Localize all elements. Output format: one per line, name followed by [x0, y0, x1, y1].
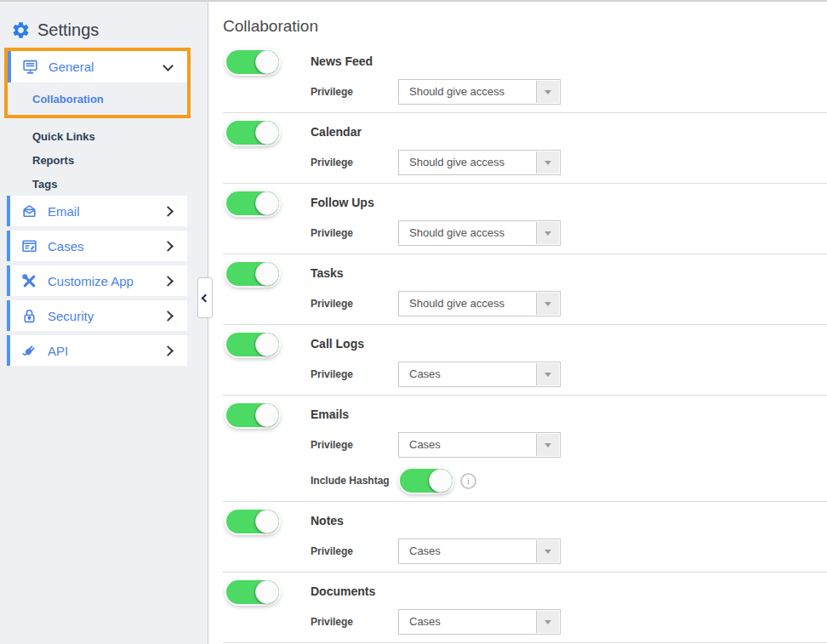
- info-icon[interactable]: i: [460, 473, 476, 489]
- dropdown-arrow-button[interactable]: [536, 293, 559, 315]
- chevron-right-icon: [163, 241, 174, 252]
- privilege-line: Privilege Cases: [311, 539, 827, 564]
- toggle-knob: [255, 121, 279, 145]
- feature-label: Call Logs: [311, 337, 827, 350]
- row-body: Notes Privilege Cases: [311, 510, 827, 564]
- toggle-knob: [255, 403, 279, 427]
- feature-label: Notes: [311, 514, 827, 527]
- sidebar-item-cases[interactable]: Cases: [7, 231, 187, 261]
- setting-row: Tasks Privilege Should give access: [223, 254, 827, 325]
- gear-icon: [11, 20, 31, 40]
- privilege-label: Privilege: [311, 368, 398, 380]
- sidebar-item-tags[interactable]: Tags: [0, 172, 208, 196]
- privilege-label: Privilege: [311, 545, 398, 557]
- row-body: Tasks Privilege Should give access: [311, 262, 827, 316]
- privilege-line: Privilege Should give access: [311, 150, 827, 175]
- feature-label: Calendar: [311, 125, 827, 139]
- lock-icon: [21, 308, 37, 324]
- sidebar-item-label: Security: [48, 309, 164, 323]
- setting-row: News Feed Privilege Should give access: [223, 43, 827, 113]
- toggle-column: [223, 333, 311, 387]
- sidebar-item-collaboration[interactable]: Collaboration: [8, 83, 187, 115]
- dropdown-arrow-button[interactable]: [536, 363, 559, 385]
- dropdown-arrow-button[interactable]: [536, 151, 559, 174]
- privilege-label: Privilege: [311, 157, 398, 168]
- toggle-knob: [255, 333, 279, 356]
- feature-toggle[interactable]: [226, 403, 279, 427]
- setting-row: Documents Privilege Cases: [223, 573, 827, 643]
- toggle-knob: [255, 191, 279, 215]
- privilege-dropdown[interactable]: Should give access: [398, 79, 561, 105]
- privilege-dropdown[interactable]: Should give access: [398, 150, 561, 175]
- privilege-dropdown[interactable]: Should give access: [398, 291, 561, 316]
- dropdown-arrow-button[interactable]: [536, 222, 559, 244]
- sidebar-item-label: General: [48, 60, 164, 74]
- feature-toggle[interactable]: [226, 510, 279, 533]
- caret-down-icon: [545, 161, 551, 165]
- privilege-dropdown[interactable]: Cases: [398, 539, 561, 564]
- chevron-right-icon: [163, 345, 174, 356]
- sidebar-item-quick-links[interactable]: Quick Links: [0, 124, 208, 148]
- sidebar-item-label: Email: [48, 204, 164, 219]
- dropdown-arrow-button[interactable]: [536, 540, 559, 562]
- settings-app: Settings General Collaboration: [0, 2, 827, 644]
- sidebar-item-customize-app[interactable]: Customize App: [7, 265, 187, 296]
- row-body: Follow Ups Privilege Should give access: [311, 191, 827, 246]
- toggle-knob: [255, 510, 279, 533]
- dropdown-arrow-button[interactable]: [536, 611, 559, 633]
- privilege-label: Privilege: [311, 227, 398, 239]
- feature-label: Tasks: [311, 266, 827, 280]
- include-hashtag-toggle[interactable]: [400, 469, 453, 493]
- privilege-line: Privilege Should give access: [311, 291, 827, 316]
- collaboration-panel: Collaboration News Feed Privilege Should…: [208, 2, 827, 644]
- caret-down-icon: [545, 443, 551, 447]
- include-hashtag-label: Include Hashtag: [311, 475, 398, 487]
- plug-icon: [21, 343, 37, 359]
- sidebar-collapse-button[interactable]: [197, 277, 213, 318]
- dropdown-arrow-button[interactable]: [536, 81, 559, 103]
- feature-label: Follow Ups: [311, 196, 827, 209]
- sidebar-header: Settings: [0, 2, 208, 45]
- settings-rows: News Feed Privilege Should give access C…: [223, 43, 827, 643]
- privilege-dropdown[interactable]: Cases: [398, 432, 561, 458]
- feature-toggle[interactable]: [226, 262, 279, 286]
- sidebar-item-general[interactable]: General: [8, 51, 187, 83]
- toggle-column: [223, 262, 311, 316]
- caret-down-icon: [545, 231, 551, 236]
- toggle-knob: [429, 469, 453, 493]
- row-body: Call Logs Privilege Cases: [311, 333, 827, 387]
- toggle-column: [223, 50, 311, 105]
- privilege-label: Privilege: [311, 86, 398, 98]
- setting-row: Calendar Privilege Should give access: [223, 113, 827, 184]
- toggle-knob: [255, 580, 279, 604]
- privilege-dropdown[interactable]: Cases: [398, 362, 561, 387]
- toggle-column: [223, 510, 311, 564]
- toggle-column: [223, 580, 311, 635]
- sidebar-item-api[interactable]: API: [7, 335, 187, 366]
- feature-label: Documents: [311, 584, 827, 598]
- privilege-label: Privilege: [311, 439, 398, 451]
- sidebar-item-label: Cases: [48, 239, 164, 254]
- sidebar-item-reports[interactable]: Reports: [0, 148, 208, 172]
- row-body: Emails Privilege Cases Include Hashtag i: [311, 403, 827, 493]
- feature-toggle[interactable]: [226, 50, 279, 74]
- feature-label: News Feed: [311, 54, 827, 68]
- setting-row: Notes Privilege Cases: [223, 502, 827, 573]
- sidebar-item-email[interactable]: Email: [7, 196, 187, 226]
- privilege-dropdown[interactable]: Should give access: [398, 220, 561, 246]
- chevron-right-icon: [163, 206, 174, 217]
- row-body: News Feed Privilege Should give access: [311, 50, 827, 105]
- row-body: Calendar Privilege Should give access: [311, 121, 827, 175]
- feature-toggle[interactable]: [226, 121, 279, 145]
- sidebar-item-security[interactable]: Security: [7, 300, 187, 331]
- toggle-knob: [255, 50, 279, 74]
- setting-row: Follow Ups Privilege Should give access: [223, 184, 827, 254]
- feature-toggle[interactable]: [226, 191, 279, 215]
- feature-toggle[interactable]: [226, 333, 279, 356]
- privilege-dropdown[interactable]: Cases: [398, 609, 561, 635]
- feature-toggle[interactable]: [226, 580, 279, 604]
- feature-label: Emails: [311, 407, 827, 421]
- toggle-knob: [255, 262, 279, 286]
- dropdown-arrow-button[interactable]: [536, 434, 559, 456]
- privilege-line: Privilege Cases: [311, 609, 827, 635]
